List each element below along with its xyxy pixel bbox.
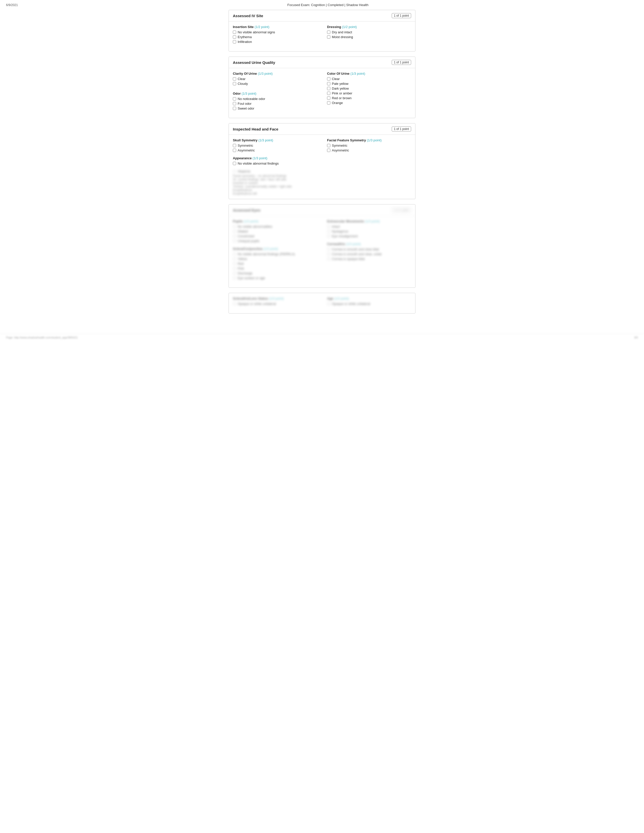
- page-header: 6/9/2021 Focused Exam: Cognition | Compl…: [0, 0, 644, 10]
- insertion-infiltration[interactable]: Infiltration: [233, 40, 317, 43]
- facial-symmetric-cb[interactable]: [327, 144, 330, 147]
- color-pale-yellow-cb[interactable]: [327, 82, 330, 85]
- blurred-bottom-body: Sclera/Iris/Lens Status (1/3 point) Opaq…: [229, 293, 415, 313]
- facial-asymmetric-cb[interactable]: [327, 149, 330, 152]
- assessed-eyes-badge: 1 of 1 point: [392, 207, 411, 212]
- appearance-group: Appearance (1/3 point) No visible abnorm…: [233, 156, 317, 165]
- footer-left: Page: http://www.shadowhealth.com/studen…: [6, 336, 78, 339]
- color-red-brown[interactable]: Red or brown: [327, 96, 411, 100]
- assessed-iv-site-badge: 1 of 1 point: [392, 13, 411, 18]
- color-red-brown-cb[interactable]: [327, 96, 330, 100]
- inspected-head-face-title: Inspected Head and Face: [233, 127, 278, 131]
- color-pink-amber[interactable]: Pink or amber: [327, 92, 411, 95]
- urine-columns: Clarity Of Urine (1/3 point) Clear Cloud…: [233, 72, 411, 114]
- clarity-cloudy-cb[interactable]: [233, 82, 236, 85]
- color-urine-group: Color Of Urine (1/3 point) Clear Pale ye…: [327, 72, 411, 105]
- inspected-head-face-header: Inspected Head and Face 1 of 1 point: [229, 124, 415, 135]
- odor-foul[interactable]: Foul odor: [233, 102, 317, 106]
- odor-group: Odor (1/3 point) No noticeable odor Foul…: [233, 92, 317, 110]
- color-clear[interactable]: Clear: [327, 77, 411, 81]
- appearance-label: Appearance (1/3 point): [233, 156, 317, 160]
- color-pale-yellow[interactable]: Pale yellow: [327, 82, 411, 85]
- clarity-cloudy[interactable]: Cloudy: [233, 82, 317, 85]
- assessed-iv-site-title: Assessed IV Site: [233, 14, 263, 18]
- color-pink-amber-cb[interactable]: [327, 92, 330, 95]
- inspected-head-face-card: Inspected Head and Face 1 of 1 point Sku…: [229, 123, 415, 199]
- color-orange[interactable]: Orange: [327, 101, 411, 105]
- assessed-eyes-body: Pupils (1/3 point) No visible abnormalit…: [229, 216, 415, 288]
- assessed-iv-site-body: Insertion Site (1/2 point) No visible ab…: [229, 21, 415, 51]
- dressing-moist-cb[interactable]: [327, 35, 330, 39]
- insertion-site-label: Insertion Site (1/2 point): [233, 25, 317, 29]
- appearance-no-abnormal[interactable]: No visible abnormal findings: [233, 162, 317, 165]
- assessed-eyes-header: Assessed Eyes 1 of 1 point: [229, 204, 415, 216]
- urine-col-2: Color Of Urine (1/3 point) Clear Pale ye…: [327, 72, 411, 114]
- footer: Page: http://www.shadowhealth.com/studen…: [0, 334, 644, 341]
- assessed-iv-site-card: Assessed IV Site 1 of 1 point Insertion …: [229, 10, 415, 51]
- date-label: 6/9/2021: [6, 3, 18, 7]
- iv-site-columns: Insertion Site (1/2 point) No visible ab…: [233, 25, 411, 48]
- clarity-clear-cb[interactable]: [233, 77, 236, 80]
- dressing-moist[interactable]: Moist dressing: [327, 35, 411, 39]
- insertion-erythema-cb[interactable]: [233, 35, 236, 39]
- dressing-label: Dressing (1/2 point): [327, 25, 411, 29]
- color-dark-yellow[interactable]: Dark yellow: [327, 87, 411, 90]
- appearance-blurred-items: Alopecia Facial symmetry – no abnormal f…: [233, 169, 317, 195]
- urine-col-1: Clarity Of Urine (1/3 point) Clear Cloud…: [233, 72, 317, 114]
- blurred-bottom-card: Sclera/Iris/Lens Status (1/3 point) Opaq…: [229, 293, 415, 314]
- dressing-dry-intact-cb[interactable]: [327, 31, 330, 34]
- odor-no-noticeable-cb[interactable]: [233, 97, 236, 100]
- insertion-no-abnormal-cb[interactable]: [233, 31, 236, 34]
- dressing-group: Dressing (1/2 point) Dry and intact Mois…: [327, 25, 411, 39]
- insertion-infiltration-cb[interactable]: [233, 40, 236, 43]
- clarity-clear[interactable]: Clear: [233, 77, 317, 81]
- assessed-iv-site-header: Assessed IV Site 1 of 1 point: [229, 10, 415, 21]
- skull-symmetry-group: Skull Symmetry (1/3 point) Symmetric Asy…: [233, 138, 317, 152]
- assessed-urine-quality-card: Assessed Urine Quality 1 of 1 point Clar…: [229, 56, 415, 118]
- dressing-dry-intact[interactable]: Dry and intact: [327, 30, 411, 34]
- odor-foul-cb[interactable]: [233, 102, 236, 105]
- assessed-eyes-title: Assessed Eyes: [233, 208, 260, 212]
- assessed-eyes-card: Assessed Eyes 1 of 1 point Pupils (1/3 p…: [229, 204, 415, 288]
- head-face-columns: Skull Symmetry (1/3 point) Symmetric Asy…: [233, 138, 411, 195]
- odor-sweet[interactable]: Sweet odor: [233, 106, 317, 110]
- head-face-col-1: Skull Symmetry (1/3 point) Symmetric Asy…: [233, 138, 317, 195]
- assessed-urine-quality-badge: 1 of 1 point: [392, 60, 411, 65]
- color-clear-cb[interactable]: [327, 77, 330, 80]
- color-orange-cb[interactable]: [327, 101, 330, 105]
- odor-label: Odor (1/3 point): [233, 92, 317, 95]
- facial-feature-symmetry-group: Facial Feature Symmetry (1/3 point) Symm…: [327, 138, 411, 152]
- footer-right: 3/5: [634, 336, 638, 339]
- iv-site-col-2: Dressing (1/2 point) Dry and intact Mois…: [327, 25, 411, 48]
- insertion-site-group: Insertion Site (1/2 point) No visible ab…: [233, 25, 317, 43]
- facial-feature-symmetry-label: Facial Feature Symmetry (1/3 point): [327, 138, 411, 142]
- inspected-head-face-body: Skull Symmetry (1/3 point) Symmetric Asy…: [229, 135, 415, 199]
- skull-symmetric-cb[interactable]: [233, 144, 236, 147]
- insertion-no-abnormal[interactable]: No visible abnormal signs: [233, 30, 317, 34]
- head-face-col-2: Facial Feature Symmetry (1/3 point) Symm…: [327, 138, 411, 195]
- facial-symmetric[interactable]: Symmetric: [327, 144, 411, 148]
- assessed-urine-quality-body: Clarity Of Urine (1/3 point) Clear Cloud…: [229, 68, 415, 118]
- page-title: Focused Exam: Cognition | Completed | Sh…: [287, 3, 369, 7]
- odor-sweet-cb[interactable]: [233, 107, 236, 110]
- skull-asymmetric-cb[interactable]: [233, 149, 236, 152]
- iv-site-col-1: Insertion Site (1/2 point) No visible ab…: [233, 25, 317, 48]
- skull-asymmetric[interactable]: Asymmetric: [233, 148, 317, 152]
- facial-asymmetric[interactable]: Asymmetric: [327, 148, 411, 152]
- insertion-erythema[interactable]: Erythema: [233, 35, 317, 39]
- clarity-urine-group: Clarity Of Urine (1/3 point) Clear Cloud…: [233, 72, 317, 85]
- appearance-no-abnormal-cb[interactable]: [233, 162, 236, 165]
- odor-no-noticeable[interactable]: No noticeable odor: [233, 97, 317, 101]
- assessed-urine-quality-header: Assessed Urine Quality 1 of 1 point: [229, 57, 415, 68]
- assessed-urine-quality-title: Assessed Urine Quality: [233, 60, 275, 64]
- skull-symmetric[interactable]: Symmetric: [233, 144, 317, 148]
- color-dark-yellow-cb[interactable]: [327, 87, 330, 90]
- color-urine-label: Color Of Urine (1/3 point): [327, 72, 411, 76]
- main-content: Assessed IV Site 1 of 1 point Insertion …: [224, 10, 420, 329]
- clarity-urine-label: Clarity Of Urine (1/3 point): [233, 72, 317, 76]
- inspected-head-face-badge: 1 of 1 point: [392, 127, 411, 132]
- skull-symmetry-label: Skull Symmetry (1/3 point): [233, 138, 317, 142]
